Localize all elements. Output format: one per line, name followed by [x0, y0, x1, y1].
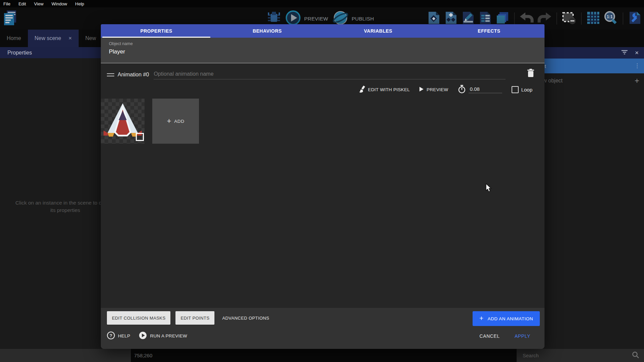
- tab-home[interactable]: Home: [0, 30, 28, 47]
- delete-animation-icon[interactable]: [527, 69, 534, 79]
- filter-icon[interactable]: [621, 50, 628, 56]
- left-panel-footer: [0, 349, 130, 362]
- preview-animation-button[interactable]: PREVIEW: [419, 86, 448, 93]
- tab-properties[interactable]: PROPERTIES: [101, 24, 212, 38]
- cancel-button[interactable]: CANCEL: [479, 333, 499, 339]
- help-icon: ?: [107, 331, 115, 340]
- objects-search-input[interactable]: [523, 353, 632, 358]
- grid-icon[interactable]: [586, 11, 600, 26]
- project-manager-icon[interactable]: [3, 9, 17, 28]
- toolbar-divider: [623, 12, 623, 25]
- object-name-label: Object name: [109, 41, 536, 46]
- advanced-options-button[interactable]: ADVANCED OPTIONS: [219, 311, 272, 325]
- dialog-tabbar: PROPERTIES BEHAVIORS VARIABLES EFFECTS: [101, 24, 545, 38]
- tools-icon[interactable]: [628, 11, 642, 26]
- plus-icon: +: [167, 117, 171, 125]
- object-name-field-block: Object name: [101, 38, 545, 63]
- toolbar-divider: [514, 12, 515, 25]
- help-button[interactable]: ? HELP: [107, 331, 130, 340]
- animation-frame-thumbnail[interactable]: [101, 99, 145, 144]
- svg-text:1:1: 1:1: [607, 14, 613, 19]
- loop-toggle[interactable]: Loop: [512, 86, 532, 93]
- zoom-original-icon[interactable]: 1:1: [603, 10, 618, 27]
- menu-view[interactable]: View: [34, 1, 43, 6]
- add-object-plus-icon: +: [635, 76, 639, 85]
- apply-button[interactable]: APPLY: [515, 333, 530, 339]
- menu-file[interactable]: File: [3, 1, 10, 6]
- time-between-frames-input[interactable]: [469, 86, 502, 93]
- publish-label: PUBLISH: [352, 16, 374, 22]
- brush-icon: [359, 85, 365, 94]
- tab-new[interactable]: New: [79, 30, 103, 47]
- stopwatch-icon: [458, 85, 466, 95]
- animation-name-input[interactable]: [154, 71, 506, 79]
- properties-panel-title: Properties: [7, 50, 32, 56]
- tab-close-icon[interactable]: ×: [69, 35, 72, 42]
- more-options-icon[interactable]: ⋮: [634, 64, 640, 68]
- cursor-coordinates: 758;260: [134, 353, 152, 358]
- toolbar-divider: [581, 12, 581, 25]
- add-frame-button[interactable]: + ADD: [152, 99, 199, 144]
- redo-icon[interactable]: [537, 11, 552, 26]
- dialog-footer: EDIT COLLISION MASKS EDIT POINTS ADVANCE…: [101, 308, 545, 349]
- objects-search-bar: [517, 349, 644, 362]
- animation-title: Animation #0: [118, 72, 149, 78]
- drag-handle-icon[interactable]: [107, 72, 114, 76]
- object-name-input[interactable]: [109, 48, 536, 55]
- add-an-animation-button[interactable]: + ADD AN ANIMATION: [473, 311, 540, 326]
- play-icon: [419, 86, 424, 93]
- preview-label: PREVIEW: [304, 16, 328, 22]
- tab-effects[interactable]: EFFECTS: [434, 24, 545, 38]
- plus-icon: +: [479, 314, 484, 322]
- animations-area: Animation #0 EDIT WI: [101, 63, 545, 308]
- menu-bar: File Edit View Window Help: [0, 0, 644, 7]
- close-panel-icon[interactable]: ×: [635, 49, 639, 57]
- menu-help[interactable]: Help: [75, 1, 84, 6]
- play-circle-icon: [139, 331, 147, 340]
- object-editor-dialog: PROPERTIES BEHAVIORS VARIABLES EFFECTS O…: [101, 24, 545, 349]
- status-bar: 758;260: [130, 349, 517, 362]
- edit-with-piskel-button[interactable]: EDIT WITH PISKEL: [359, 85, 410, 94]
- tab-variables[interactable]: VARIABLES: [323, 24, 434, 38]
- search-icon: [632, 351, 639, 360]
- loop-checkbox[interactable]: [512, 86, 519, 93]
- time-between-frames-field: [458, 85, 502, 95]
- delete-selection-icon[interactable]: [562, 11, 576, 26]
- tab-behaviors[interactable]: BEHAVIORS: [212, 24, 323, 38]
- undo-icon[interactable]: [519, 11, 534, 26]
- svg-text:?: ?: [110, 333, 112, 338]
- edit-points-button[interactable]: EDIT POINTS: [175, 311, 214, 325]
- tab-new-scene[interactable]: New scene ×: [28, 30, 79, 47]
- menu-window[interactable]: Window: [51, 1, 67, 6]
- frame-select-checkbox[interactable]: [136, 133, 144, 141]
- edit-collision-masks-button[interactable]: EDIT COLLISION MASKS: [107, 311, 170, 325]
- menu-edit[interactable]: Edit: [18, 1, 26, 6]
- toolbar-divider: [557, 12, 557, 25]
- run-a-preview-button[interactable]: RUN A PREVIEW: [139, 331, 187, 340]
